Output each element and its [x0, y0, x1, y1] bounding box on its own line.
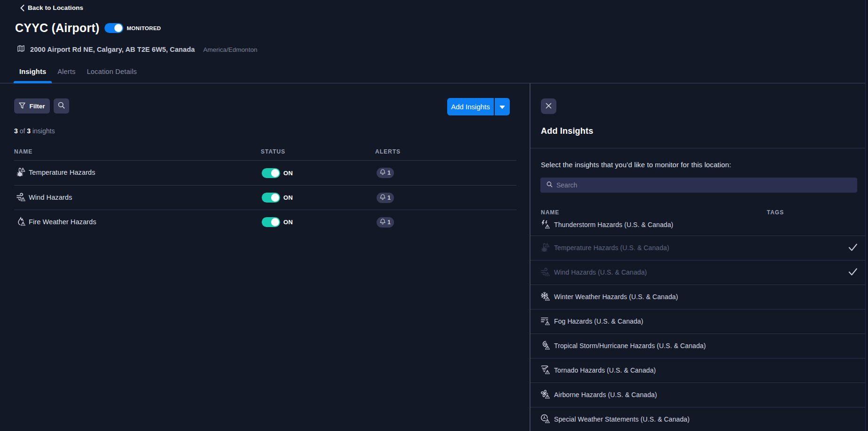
drawer-insight-name: Temperature Hazards (U.S. & Canada) [554, 244, 669, 252]
chevron-left-icon [20, 5, 24, 11]
bell-icon [380, 218, 386, 227]
drawer-insight-name: Tropical Storm/Hurricane Hazards (U.S. &… [554, 342, 706, 350]
drawer-insight-row[interactable]: Tropical Storm/Hurricane Hazards (U.S. &… [530, 333, 865, 358]
toggle-knob [271, 194, 279, 202]
bell-icon [380, 169, 386, 177]
drawer-insight-row[interactable]: Thunderstorm Hazards (U.S. & Canada) [530, 215, 865, 236]
thunderstorm-hazard-icon [541, 220, 550, 231]
drawer-description: Select the insights that you’d like to m… [541, 161, 731, 169]
insight-status-toggle[interactable] [262, 217, 280, 227]
monitored-toggle[interactable] [104, 23, 123, 33]
column-alerts: ALERTS [375, 148, 401, 155]
insights-table-header: NAME STATUS ALERTS [14, 148, 516, 161]
column-status: STATUS [261, 148, 285, 155]
toggle-knob [271, 169, 279, 177]
drawer-title: Add Insights [541, 126, 593, 136]
bell-icon [380, 194, 386, 202]
drawer-search-box [540, 178, 857, 193]
drawer-insight-name: Airborne Hazards (U.S. & Canada) [554, 391, 657, 398]
drawer-insight-row[interactable]: Airborne Hazards (U.S. & Canada) [530, 382, 865, 407]
drawer-insight-row[interactable]: Temperature Hazards (U.S. & Canada) [530, 236, 865, 260]
drawer-search-input[interactable] [556, 181, 820, 189]
location-address-row: 2000 Airport Rd NE, Calgary, AB T2E 6W5,… [17, 45, 257, 54]
drawer-insight-row[interactable]: Wind Hazards (U.S. & Canada) [530, 260, 865, 285]
insight-name: Fire Weather Hazards [29, 218, 96, 226]
close-drawer-button[interactable] [541, 98, 556, 114]
filter-button[interactable]: Filter [14, 98, 50, 114]
insight-name: Wind Hazards [29, 194, 72, 201]
alert-count-badge[interactable]: 1 [377, 168, 394, 178]
insight-name: Temperature Hazards [29, 169, 95, 176]
drawer-insight-name: Wind Hazards (U.S. & Canada) [554, 268, 647, 276]
drawer-insight-name: Special Weather Statements (U.S. & Canad… [554, 415, 690, 423]
temperature-hazard-icon [16, 168, 25, 179]
drawer-insight-name: Fog Hazards (U.S. & Canada) [554, 317, 643, 325]
title-row: CYYC (Airport) MONITORED [15, 21, 161, 35]
back-to-locations-link[interactable]: Back to Locations [20, 4, 83, 11]
drawer-insight-row[interactable]: Winter Weather Hazards (U.S. & Canada) [530, 285, 865, 309]
wind-hazard-icon [16, 192, 25, 203]
tab-label: Alerts [57, 68, 75, 75]
search-icon [540, 181, 553, 189]
fog-hazard-icon [541, 316, 550, 327]
insight-status-label: ON [283, 170, 293, 177]
caret-down-icon [499, 103, 505, 110]
page-header: Back to Locations CYYC (Airport) MONITOR… [0, 0, 868, 83]
insight-row: Wind HazardsON1 [14, 185, 516, 210]
scrollbar-gutter[interactable] [865, 0, 868, 431]
toggle-knob [114, 24, 122, 32]
add-insights-split-button: Add Insights [447, 98, 510, 115]
tabs: Insights Alerts Location Details [14, 66, 143, 83]
alert-count-badge[interactable]: 1 [377, 217, 394, 228]
check-icon [848, 268, 858, 277]
airborne-hazard-icon [541, 390, 550, 400]
drawer-header-divider [530, 148, 865, 148]
drawer-insight-row[interactable]: Fog Hazards (U.S. & Canada) [530, 309, 865, 333]
alert-count: 1 [387, 219, 391, 226]
monitored-label: MONITORED [127, 25, 161, 31]
tab-insights[interactable]: Insights [14, 66, 52, 83]
add-insights-dropdown-button[interactable] [495, 98, 510, 115]
location-address: 2000 Airport Rd NE, Calgary, AB T2E 6W5,… [30, 46, 195, 53]
search-toggle-button[interactable] [54, 98, 69, 114]
alert-count-badge[interactable]: 1 [377, 193, 394, 203]
shown-count: 3 [14, 127, 18, 135]
drawer-insight-row[interactable]: Tornado Hazards (U.S. & Canada) [530, 358, 865, 382]
temperature-hazard-icon [541, 243, 550, 253]
insights-table: Temperature HazardsON1Wind HazardsON1Fir… [14, 161, 516, 234]
insight-status-toggle[interactable] [262, 168, 280, 178]
alert-count: 1 [387, 170, 391, 176]
map-icon [17, 45, 24, 54]
location-timezone: America/Edmonton [203, 46, 257, 53]
drawer-insight-row[interactable]: Special Weather Statements (U.S. & Canad… [530, 407, 865, 431]
add-insights-button[interactable]: Add Insights [447, 98, 494, 115]
drawer-insight-name: Thunderstorm Hazards (U.S. & Canada) [554, 221, 673, 228]
tornado-hazard-icon [541, 365, 550, 376]
drawer-insights-list: Thunderstorm Hazards (U.S. & Canada)Temp… [530, 215, 865, 431]
drawer-insight-name: Tornado Hazards (U.S. & Canada) [554, 366, 656, 374]
add-insights-drawer: Add Insights Select the insights that yo… [530, 83, 865, 431]
tab-alerts[interactable]: Alerts [52, 66, 81, 83]
insight-row: Temperature HazardsON1 [14, 161, 516, 185]
tab-location-details[interactable]: Location Details [81, 66, 142, 83]
page-title: CYYC (Airport) [15, 21, 99, 35]
insights-panel: Filter Add Insights 3 of 3 insights NAME… [0, 83, 530, 431]
wind-hazard-icon [541, 267, 550, 278]
insights-count: 3 of 3 insights [14, 127, 55, 135]
toggle-knob [271, 218, 279, 226]
filter-icon [19, 102, 25, 110]
insight-status-label: ON [283, 219, 293, 226]
tab-label: Insights [19, 68, 46, 75]
insight-row: Fire Weather HazardsON1 [14, 210, 516, 234]
total-count: 3 [27, 127, 31, 135]
drawer-insight-name: Winter Weather Hazards (U.S. & Canada) [554, 293, 678, 301]
tab-label: Location Details [87, 68, 137, 75]
tropical-hazard-icon [541, 341, 550, 351]
insight-status-toggle[interactable] [262, 193, 280, 203]
column-name: NAME [14, 148, 32, 155]
back-to-locations-label: Back to Locations [28, 4, 83, 11]
alert-count: 1 [387, 195, 391, 201]
insights-word: insights [32, 127, 55, 135]
fire-hazard-icon [16, 217, 25, 228]
close-icon [546, 103, 552, 110]
